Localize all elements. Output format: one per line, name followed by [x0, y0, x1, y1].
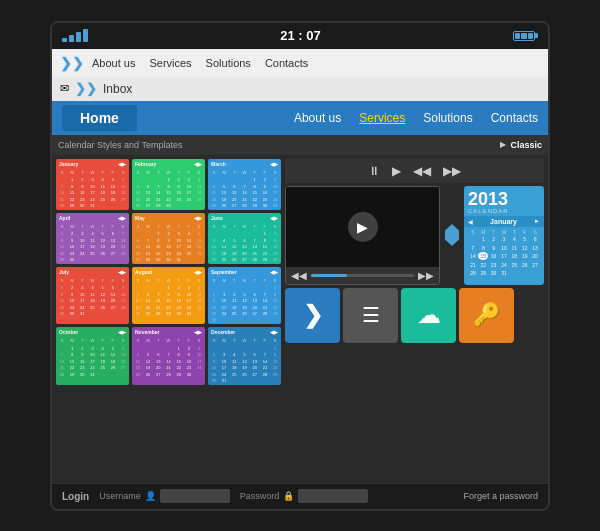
nav-arrows: ❯❯: [60, 55, 84, 71]
main-content: Calendar Styles and Templates ▶ Classic …: [52, 135, 548, 483]
battery-indicator: [513, 31, 538, 41]
inbox-label: Inbox: [103, 82, 132, 96]
nav-contacts[interactable]: Contacts: [265, 57, 308, 69]
top-nav-links: About us Services Solutions Contacts: [92, 57, 308, 69]
login-label: Login: [62, 491, 89, 502]
battery-seg-3: [528, 33, 533, 39]
phone-frame: 21 : 07 ❯❯ About us Services Solutions C…: [50, 21, 550, 511]
tile-list[interactable]: ☰: [343, 288, 398, 343]
tile-cloud[interactable]: ☁: [401, 288, 456, 343]
calendar-label: CALENDAR: [468, 208, 540, 214]
video-player: ▶ ◀◀ ▶▶: [285, 186, 440, 285]
play-icon: ▶: [500, 140, 506, 149]
forward-arrow-icon: ❯❯: [60, 55, 84, 71]
calendar-july: July◀▶ SMTWTFS 1234567 891011121314 1516…: [56, 267, 129, 325]
blue-nav-contacts[interactable]: Contacts: [491, 111, 538, 125]
calendars-grid: January◀▶ SMTWTFS 123456 78910111213 141…: [56, 159, 281, 385]
blue-nav-links: About us Services Solutions Contacts: [294, 111, 538, 125]
blue-nav-services[interactable]: Services: [359, 111, 405, 125]
classic-label: Classic: [510, 140, 542, 150]
battery-tip: [535, 33, 538, 38]
mini-day-header-m: M: [478, 229, 488, 235]
clock-display: 21 : 07: [280, 28, 320, 43]
password-field: Password 🔒: [240, 489, 369, 503]
play-icon[interactable]: ▶: [392, 164, 401, 178]
mini-cal-grid: S M T W T F S 1 2 3 4 5: [468, 229, 540, 278]
top-nav-bar: ❯❯ About us Services Solutions Contacts: [52, 49, 548, 77]
status-bar: 21 : 07: [52, 23, 548, 49]
year-calendar-widget: 2013 CALENDAR ◀ January ► S M T W T: [464, 186, 544, 285]
mini-day-header-w: W: [499, 229, 509, 235]
mini-day-header-t: T: [489, 229, 499, 235]
media-controls-bar: ⏸ ▶ ◀◀ ▶▶: [285, 159, 544, 183]
calendar-april: April◀▶ SMTWTFS 1234567 891011121314 151…: [56, 213, 129, 264]
video-rewind-btn[interactable]: ◀◀: [291, 270, 307, 281]
nav-about-us[interactable]: About us: [92, 57, 135, 69]
tile-key[interactable]: 🔑: [459, 288, 514, 343]
signal-bar-4: [83, 29, 88, 42]
calendar-may: May◀▶ SMTWTFS 12345 6789101112 131415161…: [132, 213, 205, 264]
video-screen[interactable]: ▶: [286, 187, 439, 267]
mini-cal-prev-icon[interactable]: ◀: [468, 218, 473, 225]
video-play-button[interactable]: ▶: [348, 212, 378, 242]
drag-handle[interactable]: [443, 186, 461, 285]
cloud-tile-icon: ☁: [417, 301, 441, 329]
video-progress-bar[interactable]: [311, 274, 414, 277]
left-panel: January◀▶ SMTWTFS 123456 78910111213 141…: [56, 159, 281, 479]
signal-bar-2: [69, 35, 74, 42]
drag-shape-icon: [445, 224, 459, 246]
calendar-september: September◀▶ SMTWTFS 1 2345678 9101112131…: [208, 267, 281, 325]
calendar-november: November◀▶ SMTWTFS 123 45678910 11121314…: [132, 327, 205, 385]
home-button[interactable]: Home: [62, 105, 137, 131]
password-label: Password: [240, 491, 280, 501]
list-tile-icon: ☰: [362, 303, 380, 327]
forward-tile-icon: ❯: [303, 301, 323, 329]
video-progress-fill: [311, 274, 347, 277]
signal-bar-1: [62, 38, 67, 42]
right-panel: ⏸ ▶ ◀◀ ▶▶ ▶ ◀◀: [285, 159, 544, 479]
nav-solutions[interactable]: Solutions: [206, 57, 251, 69]
calendar-june: June◀▶ SMTWTFS 12 3456789 10111213141516…: [208, 213, 281, 264]
content-row: January◀▶ SMTWTFS 123456 78910111213 141…: [52, 155, 548, 483]
calendar-august: August◀▶ SMTWTFS 1234 567891011 12131415…: [132, 267, 205, 325]
blue-nav-about[interactable]: About us: [294, 111, 341, 125]
icon-tiles-row: ❯ ☰ ☁ 🔑: [285, 288, 544, 343]
media-row: ▶ ◀◀ ▶▶: [285, 186, 544, 285]
email-icon: ✉: [60, 82, 69, 95]
mini-day-header-sa: S: [530, 229, 540, 235]
calendar-october: October◀▶ SMTWTFS 123456 78910111213 141…: [56, 327, 129, 385]
key-tile-icon: 🔑: [473, 302, 500, 328]
calendar-january: January◀▶ SMTWTFS 123456 78910111213 141…: [56, 159, 129, 210]
user-icon: 👤: [145, 491, 156, 501]
password-input[interactable]: [298, 489, 368, 503]
fast-forward-icon[interactable]: ▶▶: [443, 164, 461, 178]
mini-cal-next-icon[interactable]: ►: [534, 218, 540, 224]
username-label: Username: [99, 491, 141, 501]
login-bar: Login Username 👤 Password 🔒 Forget a pas…: [52, 483, 548, 509]
mini-cal-nav[interactable]: ◀ January ►: [464, 216, 544, 227]
calendar-style-selector[interactable]: ▶ Classic: [500, 140, 542, 150]
rewind-icon[interactable]: ◀◀: [413, 164, 431, 178]
calendar-header-text: Calendar Styles and Templates: [58, 140, 182, 150]
video-controls: ◀◀ ▶▶: [286, 267, 439, 284]
mini-day-header-th: T: [509, 229, 519, 235]
tile-forward[interactable]: ❯: [285, 288, 340, 343]
video-fastforward-btn[interactable]: ▶▶: [418, 270, 434, 281]
calendar-header-bar: Calendar Styles and Templates ▶ Classic: [52, 135, 548, 155]
forget-password-link[interactable]: Forget a password: [463, 491, 538, 501]
blue-nav-solutions[interactable]: Solutions: [423, 111, 472, 125]
inbox-bar: ✉ ❯❯ Inbox: [52, 77, 548, 101]
inbox-arrows-icon: ❯❯: [75, 81, 97, 96]
battery-seg-1: [515, 33, 520, 39]
signal-bars: [62, 29, 88, 42]
year-display: 2013: [468, 190, 540, 208]
battery-body: [513, 31, 535, 41]
lock-icon: 🔒: [283, 491, 294, 501]
calendar-february: February◀▶ SMTWTFS 1234 567891011 121314…: [132, 159, 205, 210]
calendar-march: March◀▶ SMTWTFS 123 45678910 11121314151…: [208, 159, 281, 210]
username-input[interactable]: [160, 489, 230, 503]
nav-services[interactable]: Services: [149, 57, 191, 69]
mini-day-header-f: F: [520, 229, 530, 235]
pause-icon[interactable]: ⏸: [368, 164, 380, 178]
mini-cal-month: January: [490, 218, 517, 225]
